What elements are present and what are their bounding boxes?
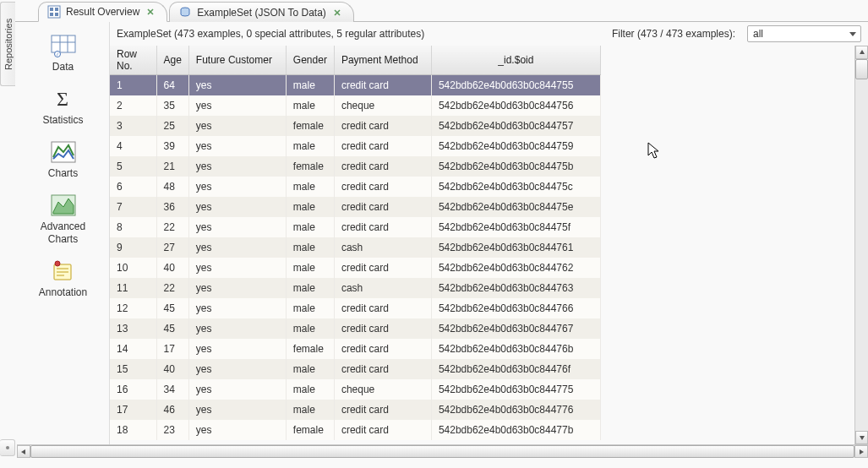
sidebar-expand-handle[interactable] — [0, 439, 15, 456]
close-icon[interactable] — [331, 7, 343, 19]
cell-id: 542bdb62e4b0d63b0c84475c — [431, 177, 600, 197]
repositories-sidebar-tab[interactable]: Repositories — [0, 2, 15, 86]
vertical-scrollbar[interactable] — [854, 46, 868, 444]
cell-payment: credit card — [334, 298, 431, 318]
close-icon[interactable] — [145, 6, 156, 18]
nav-label: Statistics — [42, 114, 83, 127]
scroll-thumb[interactable] — [30, 445, 854, 458]
table-row[interactable]: 1823yesfemalecredit card542bdb62e4b0d63b… — [110, 420, 600, 440]
cell-age: 35 — [156, 95, 188, 116]
table-row[interactable]: 1746yesmalecredit card542bdb62e4b0d63b0c… — [110, 400, 600, 420]
table-row[interactable]: 1417yesfemalecredit card542bdb62e4b0d63b… — [110, 339, 600, 359]
svg-marker-25 — [849, 32, 856, 36]
nav-label: Charts — [48, 167, 78, 180]
table-row[interactable]: 1245yesmalecredit card542bdb62e4b0d63b0c… — [110, 298, 600, 318]
table-row[interactable]: 439yesmalecredit card542bdb62e4b0d63b0c8… — [110, 136, 600, 156]
column-header-future[interactable]: Future Customer — [188, 46, 286, 75]
column-header-row[interactable]: Row No. — [110, 46, 156, 75]
advanced-charts-icon — [48, 192, 79, 219]
cell-age: 23 — [156, 420, 188, 440]
cell-payment: cash — [334, 278, 431, 298]
nav-data[interactable]: i Data — [43, 29, 84, 77]
cell-id: 542bdb62e4b0d63b0c84476b — [431, 339, 600, 359]
cell-age: 17 — [156, 339, 188, 359]
cell-payment: credit card — [334, 156, 431, 177]
cell-gender: male — [286, 258, 334, 278]
table-row[interactable]: 164yesmalecredit card542bdb62e4b0d63b0c8… — [110, 75, 600, 95]
cell-gender: male — [286, 278, 334, 298]
result-overview-icon — [47, 5, 61, 19]
table-row[interactable]: 325yesfemalecredit card542bdb62e4b0d63b0… — [110, 116, 600, 136]
data-table: Row No.AgeFuture CustomerGenderPayment M… — [110, 46, 601, 440]
cell-future: yes — [188, 75, 286, 95]
table-row[interactable]: 1122yesmalecash542bdb62e4b0d63b0c844763 — [110, 278, 600, 298]
table-row[interactable]: 1634yesmalecheque542bdb62e4b0d63b0c84477… — [110, 379, 600, 400]
cell-payment: cheque — [334, 95, 431, 116]
svg-rect-5 — [55, 13, 58, 16]
cell-future: yes — [188, 177, 286, 197]
cell-gender: female — [286, 339, 334, 359]
scroll-right-button[interactable] — [854, 445, 868, 458]
horizontal-scrollbar[interactable] — [17, 444, 868, 458]
scroll-left-button[interactable] — [17, 445, 30, 458]
cell-age: 48 — [156, 177, 188, 197]
tab-result-overview[interactable]: Result Overview — [38, 2, 167, 22]
scroll-down-button[interactable] — [855, 431, 868, 444]
table-row[interactable]: 1540yesmalecredit card542bdb62e4b0d63b0c… — [110, 359, 600, 379]
cell-future: yes — [188, 217, 286, 237]
table-row[interactable]: 927yesmalecash542bdb62e4b0d63b0c844761 — [110, 237, 600, 258]
scroll-up-button[interactable] — [855, 46, 868, 59]
cell-future: yes — [188, 400, 286, 420]
cell-gender: male — [286, 136, 334, 156]
cell-row: 4 — [110, 136, 156, 156]
table-row[interactable]: 736yesmalecredit card542bdb62e4b0d63b0c8… — [110, 197, 600, 217]
filter-select[interactable]: all — [747, 25, 861, 42]
cell-gender: male — [286, 318, 334, 339]
cell-id: 542bdb62e4b0d63b0c844775 — [431, 379, 600, 400]
table-row[interactable]: 1345yesmalecredit card542bdb62e4b0d63b0c… — [110, 318, 600, 339]
nav-statistics[interactable]: Σ Statistics — [37, 82, 88, 130]
column-header-age[interactable]: Age — [156, 46, 188, 75]
chevron-down-icon — [849, 30, 857, 38]
nav-advanced-charts[interactable]: Advanced Charts — [35, 188, 90, 249]
cell-row: 3 — [110, 116, 156, 136]
column-header-id[interactable]: _id.$oid — [431, 46, 600, 75]
cell-row: 12 — [110, 298, 156, 318]
charts-icon — [48, 139, 79, 166]
table-row[interactable]: 648yesmalecredit card542bdb62e4b0d63b0c8… — [110, 177, 600, 197]
cell-gender: male — [286, 217, 334, 237]
cell-row: 15 — [110, 359, 156, 379]
cell-id: 542bdb62e4b0d63b0c844762 — [431, 258, 600, 278]
cell-age: 22 — [156, 278, 188, 298]
cell-gender: female — [286, 116, 334, 136]
table-row[interactable]: 521yesfemalecredit card542bdb62e4b0d63b0… — [110, 156, 600, 177]
cell-payment: credit card — [334, 197, 431, 217]
nav-annotation[interactable]: Annotation — [34, 254, 92, 302]
cell-age: 25 — [156, 116, 188, 136]
cell-row: 7 — [110, 197, 156, 217]
cell-row: 6 — [110, 177, 156, 197]
svg-rect-11 — [52, 35, 75, 52]
data-icon: i — [48, 32, 79, 59]
cell-age: 39 — [156, 136, 188, 156]
cell-gender: male — [286, 237, 334, 258]
cell-payment: credit card — [334, 75, 431, 95]
cell-gender: male — [286, 95, 334, 116]
table-row[interactable]: 822yesmalecredit card542bdb62e4b0d63b0c8… — [110, 217, 600, 237]
tab-label: ExampleSet (JSON To Data) — [197, 7, 326, 19]
cell-id: 542bdb62e4b0d63b0c84475b — [431, 156, 600, 177]
nav-charts[interactable]: Charts — [43, 135, 84, 183]
table-row[interactable]: 235yesmalecheque542bdb62e4b0d63b0c844756 — [110, 95, 600, 116]
cell-payment: credit card — [334, 116, 431, 136]
table-row[interactable]: 1040yesmalecredit card542bdb62e4b0d63b0c… — [110, 258, 600, 278]
tab-exampleset[interactable]: ExampleSet (JSON To Data) — [169, 2, 354, 22]
cell-id: 542bdb62e4b0d63b0c844755 — [431, 75, 600, 95]
cell-id: 542bdb62e4b0d63b0c84475f — [431, 217, 600, 237]
cell-gender: male — [286, 379, 334, 400]
cell-payment: cash — [334, 237, 431, 258]
svg-marker-26 — [860, 50, 865, 54]
column-header-gender[interactable]: Gender — [286, 46, 334, 75]
column-header-payment[interactable]: Payment Method — [334, 46, 431, 75]
scroll-thumb[interactable] — [855, 59, 868, 79]
annotation-icon — [47, 258, 78, 285]
